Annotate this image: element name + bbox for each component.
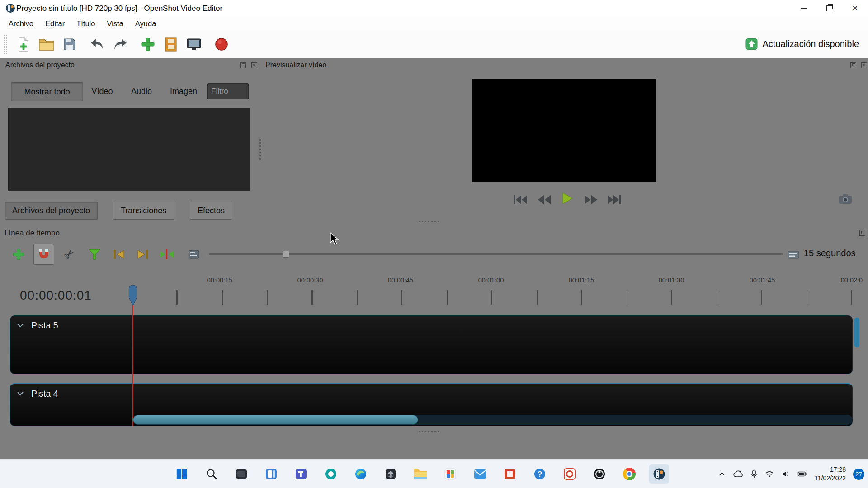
add-marker-button[interactable] bbox=[84, 244, 105, 265]
chrome-button[interactable] bbox=[619, 464, 639, 484]
play-button[interactable] bbox=[557, 190, 577, 206]
menu-ayuda[interactable]: Ayuda bbox=[129, 19, 162, 28]
main-area: Archivos del proyecto Previsualizar víde… bbox=[0, 58, 868, 459]
widgets-icon bbox=[264, 467, 278, 481]
jump-to-start-button[interactable] bbox=[510, 192, 530, 208]
new-project-button[interactable] bbox=[12, 33, 35, 56]
open-project-button[interactable] bbox=[35, 33, 58, 56]
tab-transitions[interactable]: Transiciones bbox=[113, 202, 174, 220]
wifi-tray-button[interactable] bbox=[765, 470, 774, 478]
office-app-button[interactable] bbox=[500, 464, 520, 484]
choose-profile-button[interactable] bbox=[159, 33, 182, 56]
preview-close-icon[interactable] bbox=[861, 62, 867, 68]
track-collapse-icon[interactable] bbox=[17, 391, 24, 396]
camera-app-icon bbox=[324, 467, 338, 481]
tab-project-files[interactable]: Archivos del proyecto bbox=[5, 202, 98, 220]
start-button[interactable] bbox=[172, 464, 192, 484]
volume-tray-button[interactable] bbox=[781, 470, 790, 478]
export-video-button[interactable] bbox=[210, 33, 233, 56]
tray-expand-button[interactable] bbox=[718, 471, 726, 477]
file-explorer-button[interactable] bbox=[410, 464, 430, 484]
widgets-button[interactable] bbox=[261, 464, 281, 484]
playhead-marker[interactable] bbox=[128, 285, 137, 306]
obs-button[interactable] bbox=[590, 464, 609, 484]
import-files-button[interactable] bbox=[136, 33, 159, 56]
filter-tab-video[interactable]: Vídeo bbox=[85, 82, 119, 100]
menu-vista[interactable]: Vista bbox=[101, 19, 129, 28]
fast-forward-button[interactable] bbox=[581, 192, 601, 208]
timeline-horizontal-scrollbar[interactable] bbox=[133, 415, 853, 425]
snapping-toggle-button[interactable] bbox=[33, 244, 54, 265]
clip-properties-button[interactable] bbox=[187, 248, 201, 261]
help-button[interactable]: ? bbox=[530, 464, 550, 484]
taskbar-clock[interactable]: 17:28 11/02/2022 bbox=[815, 465, 846, 483]
save-project-button[interactable] bbox=[58, 33, 81, 56]
menu-editar[interactable]: Editar bbox=[39, 19, 71, 28]
dropbox-button[interactable] bbox=[381, 464, 401, 484]
restore-button[interactable] bbox=[816, 0, 842, 17]
preview-float-icon[interactable] bbox=[850, 62, 856, 68]
filter-tab-image[interactable]: Imagen bbox=[165, 82, 203, 100]
razor-tool-button[interactable]: ✂ bbox=[59, 244, 80, 265]
filter-tab-audio[interactable]: Audio bbox=[126, 82, 157, 100]
project-files-list[interactable] bbox=[8, 108, 250, 191]
rewind-button[interactable] bbox=[534, 192, 554, 208]
close-icon: ✕ bbox=[852, 5, 858, 12]
update-available-button[interactable]: Actualización disponible bbox=[745, 38, 859, 50]
ruler-mark: 00:01:45 bbox=[750, 277, 775, 284]
project-files-close-icon[interactable] bbox=[251, 62, 257, 68]
track-pista-5[interactable]: Pista 5 bbox=[10, 315, 853, 374]
menu-archivo[interactable]: Archivo bbox=[3, 19, 39, 28]
toolbar-separator bbox=[81, 44, 85, 44]
photos-button[interactable] bbox=[560, 464, 580, 484]
openshot-taskbar-button[interactable] bbox=[649, 464, 669, 484]
microphone-icon bbox=[750, 469, 758, 479]
add-track-button[interactable] bbox=[8, 244, 29, 265]
zoom-slider-handle[interactable] bbox=[283, 251, 289, 258]
battery-tray-button[interactable] bbox=[797, 470, 807, 478]
scissors-icon: ✂ bbox=[61, 246, 78, 263]
magnet-icon bbox=[37, 248, 51, 261]
task-view-button[interactable] bbox=[231, 464, 251, 484]
previous-marker-button[interactable] bbox=[108, 244, 129, 265]
jump-to-end-button[interactable] bbox=[604, 192, 624, 208]
search-button[interactable] bbox=[202, 464, 222, 484]
camera-app-button[interactable] bbox=[321, 464, 341, 484]
filter-input[interactable] bbox=[207, 83, 249, 99]
zoom-slider[interactable] bbox=[209, 253, 783, 255]
play-icon bbox=[561, 192, 574, 205]
project-files-float-icon[interactable] bbox=[240, 62, 246, 68]
import-plus-icon bbox=[140, 37, 156, 52]
horizontal-scrollbar-thumb[interactable] bbox=[133, 415, 418, 425]
redo-button[interactable] bbox=[108, 33, 132, 56]
microphone-tray-button[interactable] bbox=[750, 469, 758, 479]
minimize-button[interactable] bbox=[791, 0, 816, 17]
teams-button[interactable] bbox=[291, 464, 311, 484]
mail-button[interactable] bbox=[470, 464, 490, 484]
toolbar-grip[interactable] bbox=[4, 35, 7, 54]
center-playhead-button[interactable] bbox=[156, 244, 177, 265]
menu-titulo[interactable]: Título bbox=[71, 19, 101, 28]
mouse-cursor bbox=[329, 232, 339, 245]
vertical-splitter-handle[interactable] bbox=[259, 139, 261, 160]
playhead-line[interactable] bbox=[132, 305, 133, 426]
onedrive-tray-button[interactable] bbox=[733, 470, 743, 478]
next-marker-button[interactable] bbox=[132, 244, 153, 265]
timeline-float-icon[interactable] bbox=[859, 230, 865, 236]
timeline-vertical-scrollbar[interactable] bbox=[854, 318, 859, 347]
store-button[interactable] bbox=[440, 464, 460, 484]
edge-button[interactable] bbox=[351, 464, 371, 484]
zoom-scale-label[interactable]: 15 segundos bbox=[804, 248, 856, 258]
undo-button[interactable] bbox=[85, 33, 108, 56]
capture-screenshot-button[interactable] bbox=[835, 191, 855, 207]
record-circle-icon bbox=[214, 37, 229, 52]
bottom-splitter-handle[interactable] bbox=[419, 431, 439, 432]
horizontal-splitter-handle[interactable] bbox=[419, 221, 439, 222]
tab-effects[interactable]: Efectos bbox=[190, 202, 232, 220]
notification-count-badge[interactable]: 27 bbox=[853, 469, 864, 480]
filter-tab-show-all[interactable]: Mostrar todo bbox=[11, 82, 83, 101]
fullscreen-button[interactable] bbox=[182, 33, 205, 56]
close-button[interactable]: ✕ bbox=[842, 0, 868, 17]
project-files-panel-title: Archivos del proyecto bbox=[5, 61, 75, 69]
track-collapse-icon[interactable] bbox=[17, 323, 24, 328]
